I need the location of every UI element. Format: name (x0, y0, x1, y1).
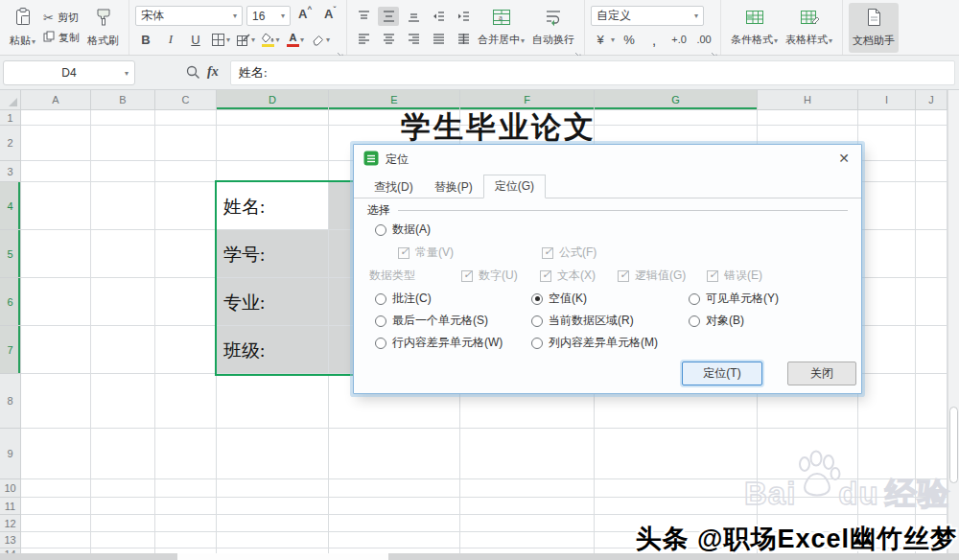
cell-B13[interactable] (91, 532, 155, 548)
cell-J7[interactable] (916, 326, 947, 374)
cell-D13[interactable] (217, 532, 329, 548)
cell-C1[interactable] (155, 110, 217, 126)
cell-I5[interactable] (858, 230, 916, 278)
row-header-9[interactable]: 9 (0, 429, 21, 479)
cell-I2[interactable] (858, 126, 916, 161)
cell-F11[interactable] (460, 498, 595, 515)
scrollbar-thumb[interactable] (949, 407, 958, 483)
row-header-1[interactable]: 1 (0, 110, 21, 126)
cell-C4[interactable] (155, 182, 217, 230)
row-header-2[interactable]: 2 (0, 126, 21, 161)
doc-assistant-button[interactable]: 文档助手 (849, 3, 899, 53)
underline-button[interactable]: U (185, 30, 206, 49)
cell-I4[interactable] (858, 182, 916, 230)
cell-A5[interactable] (21, 230, 91, 278)
cell-A3[interactable] (21, 161, 91, 182)
font-name-select[interactable]: 宋体▾ (135, 6, 243, 26)
tab-replace[interactable]: 替换(P) (424, 176, 483, 198)
cell-D10[interactable] (217, 479, 329, 498)
column-header-D[interactable]: D (217, 90, 329, 110)
dialog-titlebar[interactable]: 定位 (354, 145, 861, 174)
cell-B11[interactable] (91, 498, 155, 515)
goto-button[interactable]: 定位(T) (682, 362, 762, 385)
cell-D11[interactable] (217, 498, 329, 515)
sheet-tab[interactable] (177, 553, 388, 560)
close-icon[interactable]: ✕ (838, 152, 850, 165)
cell-A12[interactable] (21, 515, 91, 532)
checkbox-number[interactable]: 数字(U) (461, 268, 518, 284)
cell-D9[interactable] (217, 429, 329, 479)
checkbox-constants[interactable]: 常量(V) (398, 245, 454, 261)
cell-B7[interactable] (91, 326, 155, 374)
row-header-10[interactable]: 10 (0, 479, 21, 498)
cell-J8[interactable] (916, 374, 947, 429)
cell-A4[interactable] (21, 182, 91, 230)
cut-button[interactable]: ✂剪切 (43, 11, 80, 25)
borders-button[interactable]: ▾ (210, 30, 231, 49)
cell-B12[interactable] (91, 515, 155, 532)
comma-style-icon[interactable]: , (643, 30, 665, 49)
radio-comment[interactable]: 批注(C) (375, 291, 432, 307)
cell-E11[interactable] (329, 498, 460, 515)
cell-C6[interactable] (155, 278, 217, 326)
cell-A1[interactable] (21, 110, 91, 126)
cell-I3[interactable] (858, 161, 916, 182)
cell-B9[interactable] (91, 429, 155, 479)
number-dialog-launcher-icon[interactable] (711, 46, 718, 54)
cell-I7[interactable] (858, 326, 916, 374)
checkbox-formulas[interactable]: 公式(F) (542, 245, 596, 261)
align-center-icon[interactable] (378, 30, 399, 49)
insert-function-icon[interactable]: fx (207, 64, 219, 80)
cell-E10[interactable] (329, 479, 460, 498)
cell-H1[interactable] (758, 110, 858, 126)
wrap-text-button[interactable]: 自动换行 (528, 3, 578, 53)
row-header-5[interactable]: 5 (0, 230, 21, 278)
cell-G9[interactable] (595, 429, 758, 479)
alignment-dialog-launcher-icon[interactable] (574, 46, 582, 54)
cell-D12[interactable] (217, 515, 329, 532)
cell-A11[interactable] (21, 498, 91, 515)
cell-B2[interactable] (91, 126, 155, 161)
cell-I8[interactable] (858, 374, 916, 429)
cell-G1[interactable] (595, 110, 758, 126)
cell-B4[interactable] (91, 182, 155, 230)
cell-J1[interactable] (916, 110, 947, 126)
column-header-J[interactable]: J (916, 90, 947, 110)
cell-J3[interactable] (916, 161, 947, 182)
row-header-6[interactable]: 6 (0, 278, 21, 326)
cell-I1[interactable] (858, 110, 916, 126)
radio-current-region[interactable]: 当前数据区域(R) (531, 313, 634, 329)
cell-B8[interactable] (91, 374, 155, 429)
format-painter-button[interactable]: 格式刷 (83, 3, 123, 53)
cell-A7[interactable] (21, 326, 91, 374)
column-header-G[interactable]: G (595, 90, 758, 110)
cell-C2[interactable] (155, 126, 217, 161)
cell-G11[interactable] (595, 498, 758, 515)
column-header-I[interactable]: I (858, 90, 916, 110)
column-header-C[interactable]: C (155, 90, 217, 110)
radio-visible-cells[interactable]: 可见单元格(Y) (689, 291, 779, 307)
magnifier-icon[interactable] (185, 64, 201, 84)
cell-A6[interactable] (21, 278, 91, 326)
increase-decimal-icon[interactable]: +.0 (668, 30, 690, 49)
cell-A10[interactable] (21, 479, 91, 498)
conditional-format-button[interactable]: 条件格式▾ (727, 3, 782, 53)
align-right-icon[interactable] (403, 30, 424, 49)
select-all-corner[interactable] (0, 90, 21, 110)
cell-B6[interactable] (91, 278, 155, 326)
align-left-icon[interactable] (353, 30, 374, 49)
cell-B1[interactable] (91, 110, 155, 126)
radio-last-cell[interactable]: 最后一个单元格(S) (375, 313, 488, 329)
cell-F9[interactable] (460, 429, 595, 479)
cell-J2[interactable] (916, 126, 947, 161)
checkbox-text[interactable]: 文本(X) (540, 268, 596, 284)
cell-D8[interactable] (217, 374, 329, 429)
paste-button[interactable]: 粘贴▾ (6, 3, 39, 53)
decrease-font-size-button[interactable]: Aˇ (319, 7, 340, 26)
row-header-7[interactable]: 7 (0, 326, 21, 374)
name-box[interactable]: D4 ▾ (3, 60, 135, 85)
radio-objects[interactable]: 对象(B) (689, 313, 744, 329)
cell-D2[interactable] (217, 126, 329, 161)
row-header-3[interactable]: 3 (0, 161, 21, 182)
copy-button[interactable]: 复制 (43, 31, 80, 45)
